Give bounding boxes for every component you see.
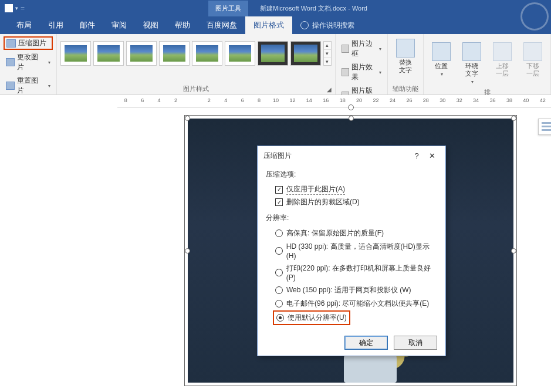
apply-only-checkbox[interactable] (275, 186, 283, 194)
ruler-tick: 16 (317, 97, 334, 103)
reset-label: 重置图片 (17, 76, 44, 96)
group-picture-border: 图片边框 ▾ 图片效果 ▾ 图片版式 ▾ (336, 34, 388, 94)
style-thumb-5[interactable] (192, 41, 222, 66)
qat-sep: = (21, 4, 25, 12)
group-arrange: 位置▾ 环绕文字▾ 上移一层 下移一层 排 (424, 34, 551, 94)
tab-mailings[interactable]: 邮件 (72, 16, 103, 34)
bring-forward-button[interactable]: 上移一层 (488, 40, 516, 80)
radio-hd-label: HD (330 ppi): 高质量，适合高清晰度(HD)显示(H) (286, 242, 437, 260)
send-backward-button[interactable]: 下移一层 (519, 40, 547, 80)
ribbon: 压缩图片 更改图片 ▾ 重置图片 ▾ (0, 34, 551, 95)
tell-me-search[interactable]: 操作说明搜索 (292, 21, 354, 31)
ribbon-tabs: 布局 引用 邮件 审阅 视图 帮助 百度网盘 图片格式 操作说明搜索 (0, 16, 551, 34)
style-thumb-3[interactable] (126, 41, 157, 66)
reset-picture-button[interactable]: 重置图片 ▾ (4, 75, 53, 97)
qat-chevron[interactable]: ▾ (15, 5, 18, 11)
resolution-label: 分辨率: (266, 213, 437, 223)
ruler-tick: 18 (334, 97, 350, 103)
group-picture-styles: ▴ ▾ ▾ 图片样式 ◢ (57, 34, 336, 94)
gallery-down[interactable]: ▾ (324, 50, 331, 58)
title-bar: ▾ = 图片工具 新建Microsoft Word 文档.docx - Word (0, 0, 551, 16)
position-button[interactable]: 位置▾ (427, 40, 455, 80)
position-label: 位置 (435, 62, 448, 69)
ruler-tick: 8 (117, 97, 134, 103)
gallery-more[interactable]: ▾ (324, 58, 331, 65)
style-thumb-6[interactable] (225, 41, 255, 66)
qat: ▾ = (0, 4, 25, 12)
border-label: 图片边框 (351, 39, 376, 59)
position-icon (432, 42, 451, 61)
alt-text-icon (396, 39, 415, 58)
cancel-button[interactable]: 取消 (394, 336, 437, 350)
radio-web[interactable] (275, 286, 283, 294)
radio-print[interactable] (275, 269, 283, 276)
forward-icon (493, 42, 512, 61)
help-button[interactable]: ? (409, 151, 424, 160)
contextual-tab-label: 图片工具 (208, 1, 248, 16)
tab-help[interactable]: 帮助 (167, 16, 198, 34)
group-adjust: 压缩图片 更改图片 ▾ 重置图片 ▾ (0, 34, 57, 94)
tell-me-label: 操作说明搜索 (312, 21, 354, 31)
radio-hd[interactable] (275, 247, 283, 255)
compress-pictures-button[interactable]: 压缩图片 (4, 36, 53, 50)
style-thumb-1[interactable] (60, 41, 91, 66)
radio-default[interactable] (276, 314, 284, 322)
resize-handle[interactable] (185, 116, 190, 121)
style-thumb-2[interactable] (93, 41, 124, 66)
tab-picture-format[interactable]: 图片格式 (245, 16, 292, 34)
radio-email[interactable] (275, 300, 283, 307)
accessibility-group-label: 辅助功能 (393, 85, 418, 93)
alt-text-label: 替换文字 (396, 59, 415, 74)
wrap-label: 环绕文字 (465, 62, 478, 77)
resize-handle[interactable] (511, 116, 516, 121)
change-picture-button[interactable]: 更改图片 ▾ (4, 51, 53, 73)
ruler-tick: 22 (367, 97, 384, 103)
alt-text-button[interactable]: 替换文字 (391, 36, 420, 76)
style-thumb-4[interactable] (159, 41, 190, 66)
ruler-tick: 2 (201, 97, 217, 103)
ruler-tick: 36 (484, 97, 501, 103)
resize-handle[interactable] (185, 248, 190, 254)
horizontal-ruler[interactable]: 8642246810121416182022242628303234363840… (117, 95, 551, 108)
style-thumb-7[interactable] (258, 41, 288, 66)
layout-options-icon (542, 122, 551, 131)
title-center: 图片工具 新建Microsoft Word 文档.docx - Word (25, 1, 551, 16)
ruler-tick: 40 (518, 97, 534, 103)
ruler-tick: 4 (151, 97, 167, 103)
wrap-text-button[interactable]: 环绕文字▾ (458, 40, 486, 88)
tab-baidu[interactable]: 百度网盘 (198, 16, 245, 34)
ruler-tick: 42 (535, 97, 551, 103)
picture-border-button[interactable]: 图片边框 ▾ (339, 38, 384, 60)
tab-view[interactable]: 视图 (135, 16, 167, 34)
ruler-tick: 2 (167, 97, 184, 103)
dialog-launcher-icon[interactable]: ◢ (326, 86, 333, 93)
picture-styles-label: 图片样式 (183, 85, 209, 93)
ruler-tick: 6 (134, 97, 150, 103)
resize-handle[interactable] (349, 116, 354, 121)
radio-default-label: 使用默认分辨率(U) (288, 313, 347, 323)
picture-effects-button[interactable]: 图片效果 ▾ (339, 61, 384, 83)
ok-button[interactable]: 确定 (344, 336, 388, 350)
resize-handle[interactable] (511, 248, 516, 254)
gallery-up[interactable]: ▴ (324, 42, 331, 50)
chevron-down-icon: ▾ (379, 70, 381, 75)
tab-review[interactable]: 审阅 (103, 16, 135, 34)
ruler-tick: 20 (351, 97, 367, 103)
dialog-titlebar[interactable]: 压缩图片 ? ✕ (258, 146, 445, 165)
rotate-handle[interactable] (348, 104, 354, 110)
close-button[interactable]: ✕ (424, 151, 440, 160)
style-thumb-8[interactable] (290, 41, 321, 66)
layout-options-button[interactable] (538, 119, 551, 135)
delete-cropped-checkbox[interactable] (275, 198, 283, 206)
ruler-tick: 24 (384, 97, 401, 103)
ruler-tick: 28 (418, 97, 434, 103)
ruler-tick: 34 (468, 97, 484, 103)
tab-layout[interactable]: 布局 (8, 16, 40, 34)
tab-references[interactable]: 引用 (40, 16, 72, 34)
effects-label: 图片效果 (351, 62, 376, 82)
radio-highfi[interactable] (275, 229, 283, 237)
change-label: 更改图片 (17, 52, 44, 72)
backward-icon (523, 42, 542, 61)
image-content (344, 353, 397, 383)
forward-label: 上移一层 (493, 62, 512, 77)
